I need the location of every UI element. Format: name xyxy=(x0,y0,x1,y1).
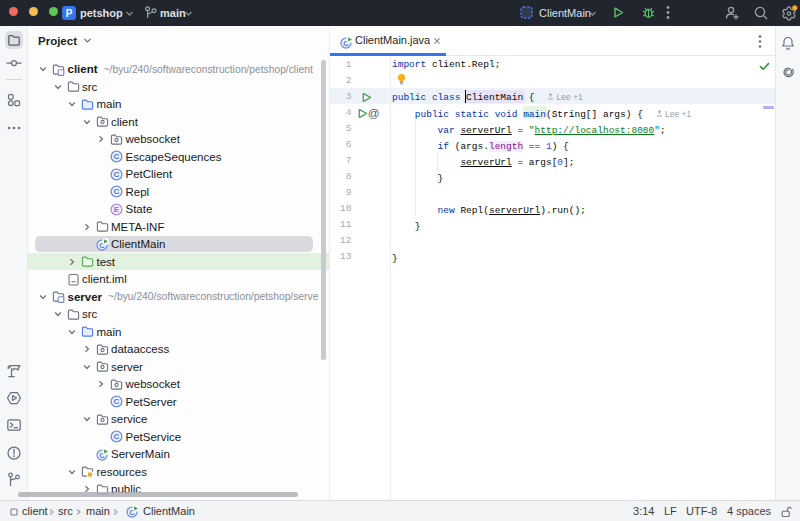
svg-text:P: P xyxy=(66,8,73,19)
